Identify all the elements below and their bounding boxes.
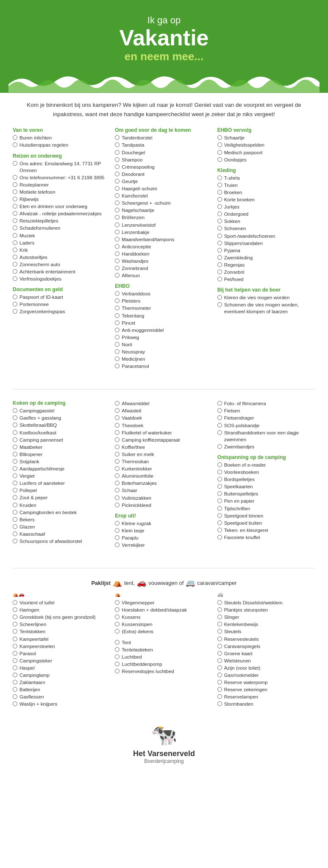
checkbox-circle[interactable] [217, 408, 222, 413]
checkbox-circle[interactable] [115, 328, 120, 332]
checkbox-circle[interactable] [217, 506, 222, 511]
checkbox-circle[interactable] [13, 524, 17, 529]
checkbox-circle[interactable] [217, 401, 222, 406]
checkbox-circle[interactable] [115, 349, 120, 354]
checkbox-circle[interactable] [115, 488, 120, 492]
packing-checkbox[interactable] [13, 615, 17, 619]
checkbox-circle[interactable] [115, 266, 120, 270]
checkbox-circle[interactable] [217, 277, 222, 281]
checkbox-circle[interactable] [13, 517, 17, 522]
packing-checkbox[interactable] [13, 651, 17, 656]
checkbox-circle[interactable] [115, 135, 120, 140]
checkbox-circle[interactable] [115, 172, 120, 176]
checkbox-circle[interactable] [217, 190, 222, 195]
checkbox-circle[interactable] [115, 342, 120, 347]
checkbox-circle[interactable] [13, 161, 17, 166]
checkbox-circle[interactable] [115, 452, 120, 456]
checkbox-circle[interactable] [13, 466, 17, 471]
checkbox-circle[interactable] [217, 135, 222, 140]
checkbox-circle[interactable] [115, 215, 120, 220]
packing-checkbox[interactable] [217, 615, 222, 619]
checkbox-circle[interactable] [217, 484, 222, 489]
packing-checkbox[interactable] [115, 640, 120, 645]
checkbox-circle[interactable] [217, 255, 222, 260]
checkbox-circle[interactable] [115, 542, 120, 547]
packing-checkbox[interactable] [115, 662, 120, 666]
checkbox-circle[interactable] [13, 269, 17, 274]
checkbox-circle[interactable] [115, 244, 120, 249]
checkbox-circle[interactable] [115, 306, 120, 310]
checkbox-circle[interactable] [13, 262, 17, 267]
checkbox-circle[interactable] [217, 150, 222, 155]
checkbox-circle[interactable] [13, 189, 17, 194]
packing-checkbox[interactable] [217, 665, 222, 670]
checkbox-circle[interactable] [217, 462, 222, 467]
packing-checkbox[interactable] [13, 694, 17, 699]
checkbox-circle[interactable] [217, 302, 222, 307]
packing-checkbox[interactable] [13, 644, 17, 648]
checkbox-circle[interactable] [115, 298, 120, 303]
checkbox-circle[interactable] [115, 150, 120, 155]
checkbox-circle[interactable] [115, 251, 120, 256]
checkbox-circle[interactable] [13, 481, 17, 485]
packing-checkbox[interactable] [115, 669, 120, 673]
checkbox-circle[interactable] [115, 320, 120, 325]
checkbox-circle[interactable] [13, 539, 17, 543]
packing-checkbox[interactable] [115, 600, 120, 605]
checkbox-circle[interactable] [13, 295, 17, 299]
packing-checkbox[interactable] [217, 607, 222, 612]
packing-checkbox[interactable] [13, 607, 17, 612]
packing-checkbox[interactable] [217, 701, 222, 706]
packing-checkbox[interactable] [217, 687, 222, 692]
checkbox-circle[interactable] [115, 466, 120, 471]
checkbox-circle[interactable] [13, 218, 17, 223]
checkbox-circle[interactable] [115, 356, 120, 361]
packing-checkbox[interactable] [217, 680, 222, 684]
checkbox-circle[interactable] [115, 423, 120, 428]
checkbox-circle[interactable] [115, 142, 120, 147]
packing-checkbox[interactable] [13, 658, 17, 663]
packing-checkbox[interactable] [115, 607, 120, 612]
checkbox-circle[interactable] [115, 430, 120, 435]
checkbox-circle[interactable] [13, 495, 17, 500]
checkbox-circle[interactable] [217, 535, 222, 540]
checkbox-circle[interactable] [115, 291, 120, 296]
checkbox-circle[interactable] [115, 437, 120, 442]
checkbox-circle[interactable] [13, 423, 17, 427]
checkbox-circle[interactable] [13, 204, 17, 209]
checkbox-circle[interactable] [115, 164, 120, 169]
packing-checkbox[interactable] [217, 651, 222, 656]
checkbox-circle[interactable] [217, 444, 222, 449]
checkbox-circle[interactable] [13, 415, 17, 420]
checkbox-circle[interactable] [13, 309, 17, 314]
checkbox-circle[interactable] [217, 219, 222, 223]
checkbox-circle[interactable] [13, 503, 17, 507]
checkbox-circle[interactable] [13, 473, 17, 478]
checkbox-circle[interactable] [217, 183, 222, 187]
packing-checkbox[interactable] [115, 654, 120, 659]
checkbox-circle[interactable] [115, 364, 120, 368]
checkbox-circle[interactable] [115, 335, 120, 339]
checkbox-circle[interactable] [13, 142, 17, 147]
packing-checkbox[interactable] [13, 701, 17, 706]
checkbox-circle[interactable] [13, 135, 17, 140]
checkbox-circle[interactable] [115, 157, 120, 162]
checkbox-circle[interactable] [115, 408, 120, 413]
checkbox-circle[interactable] [217, 415, 222, 420]
checkbox-circle[interactable] [115, 179, 120, 184]
packing-checkbox[interactable] [115, 615, 120, 619]
checkbox-circle[interactable] [115, 521, 120, 526]
checkbox-circle[interactable] [217, 175, 222, 180]
checkbox-circle[interactable] [13, 437, 17, 442]
packing-checkbox[interactable] [217, 600, 222, 605]
checkbox-circle[interactable] [13, 182, 17, 187]
checkbox-circle[interactable] [13, 211, 17, 216]
checkbox-circle[interactable] [13, 197, 17, 201]
checkbox-circle[interactable] [115, 535, 120, 540]
checkbox-circle[interactable] [13, 531, 17, 536]
packing-checkbox[interactable] [13, 600, 17, 605]
checkbox-circle[interactable] [217, 226, 222, 231]
checkbox-circle[interactable] [217, 491, 222, 496]
checkbox-circle[interactable] [217, 270, 222, 274]
checkbox-circle[interactable] [115, 473, 120, 478]
